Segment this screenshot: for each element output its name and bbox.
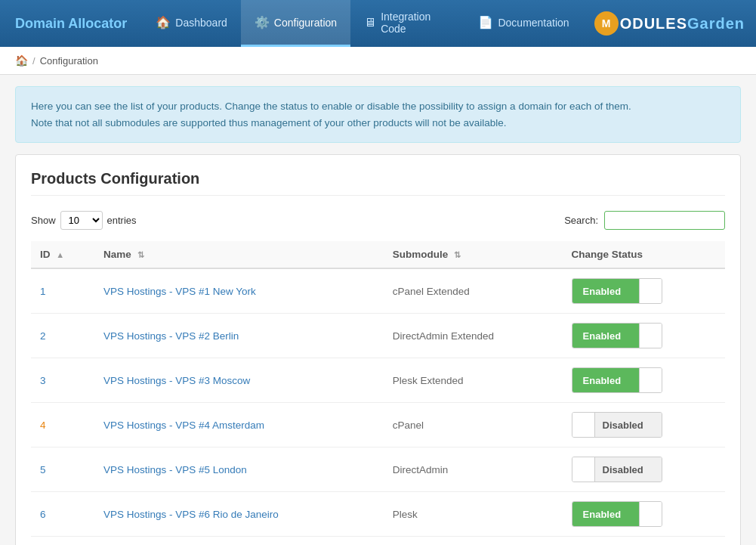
info-box: Here you can see the list of your produc…: [15, 86, 741, 143]
row-name[interactable]: VPS Hostings - VPS #1 New York: [94, 268, 384, 314]
table-row: 2VPS Hostings - VPS #2 BerlinDirectAdmin…: [31, 314, 725, 358]
info-line1: Here you can see the list of your produc…: [31, 98, 725, 115]
toggle-switch[interactable]: Enabled: [572, 323, 662, 348]
nav-items: 🏠 Dashboard ⚙️ Configuration 🖥 Integrati…: [142, 0, 582, 47]
sort-id-icon: ▲: [56, 250, 64, 259]
row-status[interactable]: Enabled: [563, 268, 725, 314]
row-status[interactable]: Enabled: [563, 492, 725, 537]
table-controls: Show 10 25 50 100 entries Search:: [31, 211, 725, 230]
sort-submodule-icon: ⇅: [454, 250, 461, 259]
nav-label-dashboard: Dashboard: [175, 17, 227, 29]
toggle-switch[interactable]: Enabled: [572, 501, 662, 527]
toggle-switch[interactable]: Enabled: [572, 367, 662, 393]
row-submodule: Plesk: [384, 492, 563, 537]
logo-area: M ODULESGarden: [583, 0, 756, 47]
row-submodule: Plesk Extended: [384, 358, 563, 403]
enabled-label[interactable]: Enabled: [572, 279, 639, 303]
toggle-right-handle[interactable]: [639, 324, 662, 348]
products-table: ID ▲ Name ⇅ Submodule ⇅ Change Status 1V…: [31, 241, 725, 537]
row-id: 1: [31, 268, 94, 314]
row-name[interactable]: VPS Hostings - VPS #5 London: [94, 447, 384, 492]
search-input[interactable]: [604, 211, 725, 230]
table-row: 6VPS Hostings - VPS #6 Rio de JaneiroPle…: [31, 492, 725, 537]
row-submodule: cPanel: [384, 403, 563, 447]
show-label: Show: [31, 215, 56, 226]
show-entries-area: Show 10 25 50 100 entries: [31, 211, 137, 230]
col-name-label: Name: [103, 249, 131, 260]
nav-label-integration: Integration Code: [381, 11, 451, 35]
row-id: 5: [31, 447, 94, 492]
nav-label-documentation: Documentation: [498, 17, 569, 29]
enabled-label[interactable]: Enabled: [572, 368, 639, 392]
brand-text: Domain Allocator: [15, 16, 127, 32]
row-name[interactable]: VPS Hostings - VPS #4 Amsterdam: [94, 403, 384, 447]
brand-domain: Domain Allocator: [15, 16, 127, 31]
disabled-label[interactable]: Disabled: [595, 457, 662, 482]
table-row: 5VPS Hostings - VPS #5 LondonDirectAdmin…: [31, 447, 725, 492]
row-status[interactable]: Disabled: [563, 403, 725, 447]
sort-name-icon: ⇅: [137, 250, 144, 259]
table-row: 1VPS Hostings - VPS #1 New YorkcPanel Ex…: [31, 268, 725, 314]
search-label: Search:: [564, 215, 598, 226]
nav-item-documentation[interactable]: 📄 Documentation: [464, 0, 582, 47]
col-id-label: ID: [40, 249, 51, 260]
table-row: 3VPS Hostings - VPS #3 MoscowPlesk Exten…: [31, 358, 725, 403]
entries-label: entries: [107, 215, 137, 226]
toggle-right-handle[interactable]: [639, 279, 662, 303]
entries-select[interactable]: 10 25 50 100: [60, 211, 103, 230]
row-name[interactable]: VPS Hostings - VPS #3 Moscow: [94, 358, 384, 403]
home-icon[interactable]: 🏠: [15, 54, 28, 67]
search-area: Search:: [564, 211, 725, 230]
toggle-right-handle[interactable]: [639, 368, 662, 392]
col-name[interactable]: Name ⇅: [94, 241, 384, 268]
disabled-label[interactable]: Disabled: [595, 413, 662, 437]
section-title: Products Configuration: [31, 170, 725, 196]
navbar: Domain Allocator 🏠 Dashboard ⚙️ Configur…: [0, 0, 756, 47]
row-submodule: DirectAdmin: [384, 447, 563, 492]
row-status[interactable]: Enabled: [563, 358, 725, 403]
toggle-right-handle[interactable]: [639, 502, 662, 526]
row-id: 4: [31, 403, 94, 447]
breadcrumb-separator: /: [32, 55, 35, 67]
row-id: 3: [31, 358, 94, 403]
main-content: Products Configuration Show 10 25 50 100…: [15, 154, 741, 545]
row-id: 2: [31, 314, 94, 358]
configuration-icon: ⚙️: [255, 15, 270, 29]
col-submodule-label: Submodule: [393, 249, 449, 260]
logo-circle: M: [594, 11, 619, 36]
col-submodule[interactable]: Submodule ⇅: [384, 241, 563, 268]
row-submodule: DirectAdmin Extended: [384, 314, 563, 358]
table-row: 4VPS Hostings - VPS #4 AmsterdamcPanel D…: [31, 403, 725, 447]
documentation-icon: 📄: [478, 15, 493, 29]
brand-title: Domain Allocator: [0, 0, 142, 47]
toggle-left-handle[interactable]: [572, 413, 595, 437]
info-line2: Note that not all submodules are support…: [31, 115, 725, 132]
row-status[interactable]: Disabled: [563, 447, 725, 492]
row-name[interactable]: VPS Hostings - VPS #2 Berlin: [94, 314, 384, 358]
integration-icon: 🖥: [364, 16, 376, 29]
table-body: 1VPS Hostings - VPS #1 New YorkcPanel Ex…: [31, 268, 725, 537]
nav-label-configuration: Configuration: [274, 17, 337, 29]
col-change-status: Change Status: [563, 241, 725, 268]
enabled-label[interactable]: Enabled: [572, 324, 639, 348]
logo-text: ODULESGarden: [620, 15, 745, 33]
col-status-label: Change Status: [572, 249, 643, 260]
enabled-label[interactable]: Enabled: [572, 502, 639, 526]
toggle-switch[interactable]: Disabled: [572, 412, 662, 438]
row-name[interactable]: VPS Hostings - VPS #6 Rio de Janeiro: [94, 492, 384, 537]
row-submodule: cPanel Extended: [384, 268, 563, 314]
toggle-switch[interactable]: Disabled: [572, 457, 662, 482]
toggle-left-handle[interactable]: [572, 457, 595, 482]
nav-item-integration-code[interactable]: 🖥 Integration Code: [350, 0, 464, 47]
nav-item-configuration[interactable]: ⚙️ Configuration: [241, 0, 350, 47]
row-id: 6: [31, 492, 94, 537]
row-status[interactable]: Enabled: [563, 314, 725, 358]
toggle-switch[interactable]: Enabled: [572, 278, 662, 304]
col-id[interactable]: ID ▲: [31, 241, 94, 268]
breadcrumb-current: Configuration: [40, 55, 98, 67]
dashboard-icon: 🏠: [156, 15, 171, 29]
breadcrumb: 🏠 / Configuration: [0, 47, 756, 75]
nav-item-dashboard[interactable]: 🏠 Dashboard: [142, 0, 241, 47]
table-header: ID ▲ Name ⇅ Submodule ⇅ Change Status: [31, 241, 725, 268]
